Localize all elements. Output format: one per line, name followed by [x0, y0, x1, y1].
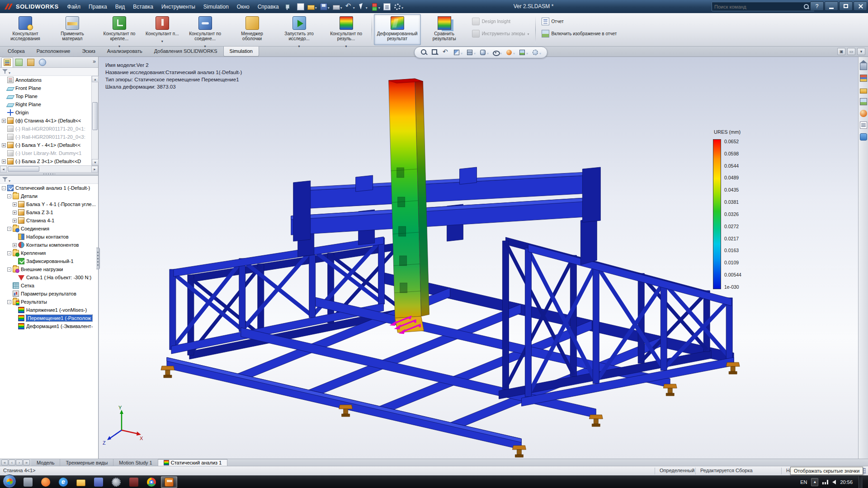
ribbon-small-button[interactable]: Design Insight: [470, 17, 532, 26]
menu-item[interactable]: Файл: [63, 1, 85, 12]
expander-icon[interactable]: +: [13, 211, 17, 215]
ribbon-button[interactable]: Консультант по крепле...: [96, 14, 143, 45]
ribbon-button[interactable]: Консультант по резуль...: [323, 14, 370, 45]
ribbon-button[interactable]: Применить материал: [49, 14, 96, 45]
task-pane-button[interactable]: [859, 108, 868, 119]
view-tool-button[interactable]: [478, 47, 490, 57]
ribbon-collapse-button[interactable]: ▭: [847, 48, 855, 55]
graphics-viewport[interactable]: Y X Z Имя модели:Ver 2Название исследова…: [99, 57, 858, 459]
task-pane-button[interactable]: [859, 131, 868, 143]
quick-access-button[interactable]: [306, 2, 318, 12]
expander-icon[interactable]: -: [7, 267, 11, 272]
tree-item[interactable]: - Статический анализ 1 (-Default-): [0, 184, 98, 192]
help-button[interactable]: ?: [810, 1, 824, 11]
feature-manager-tab[interactable]: [1, 57, 13, 67]
deformed-column[interactable]: [389, 79, 429, 333]
tree-item[interactable]: (-) Rail-HGR20R01171-20_0<3:: [0, 133, 91, 141]
tree-item[interactable]: Параметры результатов: [0, 290, 98, 298]
view-tool-button[interactable]: [441, 47, 451, 57]
taskbar-app-button[interactable]: [38, 476, 54, 488]
start-button[interactable]: [3, 474, 16, 488]
volume-icon[interactable]: [832, 480, 836, 484]
tree-item[interactable]: Origin: [0, 108, 91, 117]
tree-item[interactable]: + (-) Балка Y - 4<1> (Default<<: [0, 141, 91, 149]
quick-access-button[interactable]: [296, 2, 306, 11]
ribbon-small-button[interactable]: Инструменты эпюры: [470, 29, 532, 38]
view-tool-button[interactable]: [530, 47, 542, 57]
feature-manager-tab[interactable]: [13, 57, 25, 67]
command-tab[interactable]: Добавления SOLIDWORKS: [148, 47, 223, 56]
feature-manager-tab[interactable]: [25, 57, 37, 67]
ribbon-button[interactable]: Консультант п...: [143, 14, 182, 45]
tree-item[interactable]: + Станина 4-1: [0, 216, 98, 225]
tree-splitter[interactable]: [0, 173, 98, 176]
quick-access-button[interactable]: [382, 2, 392, 11]
tree-item[interactable]: - Детали: [0, 192, 98, 200]
search-icon[interactable]: [803, 4, 809, 9]
view-tool-button[interactable]: [430, 47, 440, 57]
tree-item[interactable]: Сетка: [0, 282, 98, 290]
expander-icon[interactable]: -: [7, 194, 11, 198]
tree-filter-bar[interactable]: [0, 68, 98, 76]
menu-item[interactable]: Simulation: [199, 1, 233, 12]
taskbar-app-button[interactable]: [20, 476, 36, 488]
tree-item[interactable]: Деформация1 (-Эквивалент-: [0, 322, 98, 330]
view-tool-button[interactable]: [465, 47, 477, 57]
ribbon-small-button[interactable]: Отчет: [539, 17, 619, 26]
taskbar-app-button[interactable]: [108, 476, 124, 488]
view-tool-button[interactable]: [491, 47, 503, 57]
scrollbar-thumb[interactable]: [92, 102, 98, 130]
search-input[interactable]: [714, 4, 802, 9]
tree-item[interactable]: + Контакты компонентов: [0, 241, 98, 249]
expander-icon[interactable]: +: [2, 119, 6, 123]
bottom-tab[interactable]: Модель: [31, 459, 60, 466]
panel-resize-grip[interactable]: [96, 248, 100, 269]
chevrons-right-icon[interactable]: »: [93, 58, 96, 65]
ribbon-button[interactable]: Деформированный результат: [374, 14, 421, 45]
tree-item[interactable]: Front Plane: [0, 84, 91, 92]
close-button[interactable]: [854, 1, 867, 11]
tree-item[interactable]: Сила-1 (:На объект: -300 N:): [0, 273, 98, 282]
quick-access-button[interactable]: [392, 2, 405, 12]
tree-item[interactable]: Наборы контактов: [0, 233, 98, 241]
view-tool-button[interactable]: [419, 47, 429, 57]
expander-icon[interactable]: +: [13, 202, 17, 206]
tab-nav-arrow-icon[interactable]: «: [1, 460, 8, 465]
command-tab[interactable]: Анализировать: [101, 47, 148, 56]
ribbon-button[interactable]: Консультант исследования: [2, 14, 49, 45]
scrollbar-thumb[interactable]: [8, 166, 39, 172]
command-tab[interactable]: Сборка: [2, 47, 31, 56]
expander-icon[interactable]: +: [13, 243, 17, 247]
study-tree-filter-bar[interactable]: [0, 176, 98, 184]
ribbon-button[interactable]: Сравнить результаты: [421, 14, 468, 45]
network-icon[interactable]: [822, 479, 828, 484]
tree-item[interactable]: (-) Rail-HGR20R01171-20_0<1:: [0, 125, 91, 133]
menu-item[interactable]: Вставка: [129, 1, 157, 12]
bottom-tab[interactable]: Motion Study 1: [113, 459, 158, 466]
expander-icon[interactable]: +: [2, 160, 6, 164]
task-pane-button[interactable]: [859, 61, 868, 72]
ribbon-small-button[interactable]: Включить изображение в отчет: [539, 29, 619, 38]
expander-icon[interactable]: +: [2, 143, 6, 147]
tree-item[interactable]: Перемещение1 (-Располож: [0, 314, 98, 322]
tree-horizontal-scrollbar[interactable]: ◄ ►: [0, 165, 98, 173]
quick-access-button[interactable]: [357, 2, 369, 12]
tree-item[interactable]: + (-) Балка Z 3<1> (Default<<D: [0, 157, 91, 165]
feature-manager-tab[interactable]: [37, 57, 48, 67]
ribbon-pin-button[interactable]: ▣: [837, 48, 845, 55]
taskbar-app-button[interactable]: [143, 476, 160, 488]
view-tool-button[interactable]: [452, 47, 464, 57]
tree-item[interactable]: + Балка Y - 4-1 (-Простая угле...: [0, 200, 98, 208]
tree-item[interactable]: Right Plane: [0, 100, 91, 108]
tab-nav-arrow-icon[interactable]: »: [23, 460, 30, 465]
bottom-tab[interactable]: Трехмерные виды: [60, 459, 113, 466]
ribbon-button[interactable]: Консультант по соедине...: [182, 14, 229, 45]
menu-item[interactable]: Вид: [111, 1, 129, 12]
scroll-down-icon[interactable]: ▼: [92, 159, 99, 165]
expander-icon[interactable]: -: [7, 251, 11, 255]
language-indicator[interactable]: EN: [800, 479, 807, 485]
command-tab[interactable]: Simulation: [223, 47, 259, 56]
quick-access-button[interactable]: [319, 2, 331, 12]
tree-item[interactable]: (-) User Library-Mr. Dummy<1: [0, 149, 91, 157]
view-tool-button[interactable]: [504, 47, 516, 57]
